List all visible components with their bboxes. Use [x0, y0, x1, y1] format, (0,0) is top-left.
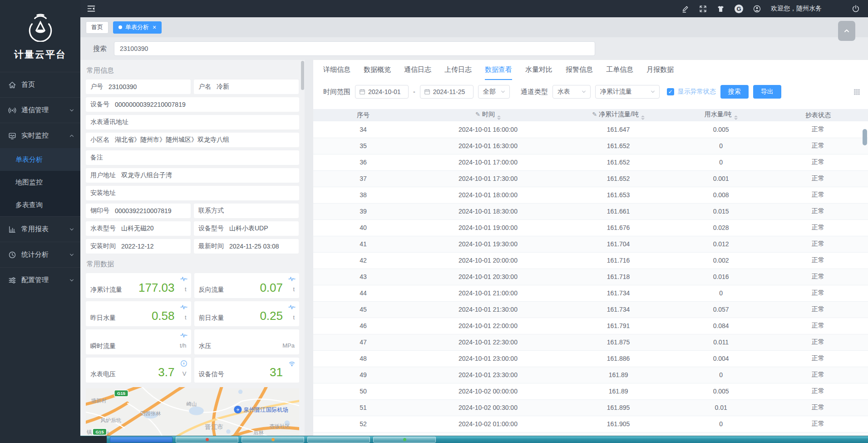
metric-label: 净累计流量 [90, 286, 122, 294]
map-place-label: 风炉后坑 [100, 418, 121, 423]
taskbar-app-button[interactable] [373, 437, 436, 443]
taskbar-app-button[interactable] [110, 437, 173, 443]
power-icon[interactable] [852, 5, 860, 13]
metric-unit: t [185, 286, 187, 293]
tag-label: 单表分析 [125, 23, 149, 31]
guide-icon[interactable]: G [735, 5, 743, 13]
calendar-icon [424, 89, 430, 95]
location-map[interactable]: 塘新村田园张林崎山风炉后坑晋江市后林杏坂社区霞村镇G15G15✈泉州晋江国际机场 [86, 387, 299, 436]
column-grid-icon[interactable] [853, 88, 861, 96]
table-cell: 35 [313, 138, 413, 154]
field-value: 双龙寺八组台子湾 [121, 171, 172, 179]
sidebar-subitem-label: 地图监控 [15, 178, 43, 187]
sort-carets-icon[interactable] [641, 115, 645, 120]
tab-数据查看[interactable]: 数据查看 [485, 65, 512, 80]
sidebar-item-首页[interactable]: 首页 [0, 72, 80, 97]
info-field-联系方式: 联系方式 [194, 204, 299, 218]
close-icon[interactable]: × [153, 24, 156, 30]
abnormal-checkbox[interactable] [667, 88, 674, 95]
wave-icon [288, 275, 296, 283]
sort-desc-icon[interactable] [641, 118, 645, 120]
tab-报警信息[interactable]: 报警信息 [566, 65, 593, 80]
taskbar-app-button[interactable] [307, 437, 370, 443]
sort-carets-icon[interactable] [497, 115, 501, 120]
tab-工单信息[interactable]: 工单信息 [606, 65, 633, 80]
column-header-时间[interactable]: ✎时间 [413, 109, 563, 121]
sort-desc-icon[interactable] [734, 118, 738, 120]
table-cell: 34 [313, 121, 413, 138]
table-cell: 49 [313, 367, 413, 383]
field-label: 用户地址 [90, 171, 116, 179]
tab-水量对比[interactable]: 水量对比 [525, 65, 552, 80]
column-label: 用水量/吨 [705, 110, 732, 118]
sort-asc-icon[interactable] [641, 115, 645, 117]
sidebar-subitem-单表分析[interactable]: 单表分析 [0, 148, 80, 171]
sidebar-subitem-多表查询[interactable]: 多表查询 [0, 194, 80, 216]
table-cell: 36 [313, 154, 413, 170]
table-row: 462024-10-01 22:00:00161.7910.084正常 [313, 318, 868, 334]
avatar-icon[interactable] [753, 5, 761, 13]
edit-icon[interactable] [681, 5, 689, 13]
tab-详细信息[interactable]: 详细信息 [323, 65, 350, 80]
metric-value: 31 [270, 365, 283, 379]
field-label: 联系方式 [198, 207, 224, 215]
tab-月报数据[interactable]: 月报数据 [646, 65, 674, 80]
hamburger-icon[interactable] [87, 4, 96, 13]
sort-asc-icon[interactable] [497, 115, 501, 117]
fullscreen-icon[interactable] [699, 5, 707, 13]
range-select[interactable]: 全部 [478, 85, 510, 99]
export-button[interactable]: 导出 [753, 85, 781, 99]
calendar-icon [359, 89, 365, 95]
column-header-序号: 序号 [313, 109, 413, 121]
sidebar-subitem-地图监控[interactable]: 地图监控 [0, 171, 80, 194]
tag-单表分析[interactable]: 单表分析× [113, 21, 162, 34]
table-cell: 正常 [768, 170, 868, 187]
tab-上传日志[interactable]: 上传日志 [444, 65, 472, 80]
table-cell: 2024-10-02 01:00:00 [413, 416, 563, 432]
taskbar-app-button[interactable] [242, 437, 304, 443]
table-cell: 2024-10-01 23:30:00 [413, 367, 563, 383]
sidebar-item-配置管理[interactable]: 配置管理 [0, 267, 80, 293]
tab-数据概览[interactable]: 数据概览 [364, 65, 391, 80]
table-cell: 2024-10-01 22:00:00 [413, 318, 563, 334]
date-to-input[interactable]: 2024-11-25 [420, 85, 473, 99]
search-button[interactable]: 搜索 [720, 85, 749, 99]
tab-通信日志[interactable]: 通信日志 [404, 65, 431, 80]
column-header-用水量/吨[interactable]: 用水量/吨 [674, 109, 768, 121]
sidebar-item-常用报表[interactable]: 常用报表 [0, 216, 80, 242]
sort-carets-icon[interactable] [734, 115, 738, 120]
map-place-label: 镇 [87, 429, 92, 435]
metric-card-水表电压: 水表电压3.7V [86, 358, 191, 383]
search-label: 搜索 [93, 45, 107, 53]
taskbar-app-button[interactable] [176, 437, 238, 443]
table-cell: 正常 [768, 318, 868, 334]
channel-select[interactable]: 水表 [552, 85, 591, 99]
field-label: 安装地址 [90, 189, 116, 197]
metric-label: 昨日水量 [90, 314, 116, 322]
theme-shirt-icon[interactable] [717, 5, 725, 13]
metric-unit: t [185, 314, 187, 321]
table-cell: 161.791 [563, 318, 674, 334]
left-panel-scrollbar[interactable] [301, 61, 304, 90]
sidebar-subitem-label: 多表查询 [15, 201, 43, 209]
info-field-安装地址: 安装地址 [86, 186, 299, 200]
table-cell: 0 [674, 285, 768, 301]
back-to-top-button[interactable] [838, 21, 855, 41]
table-scrollbar[interactable] [863, 129, 867, 145]
sort-asc-icon[interactable] [734, 115, 738, 117]
tag-bar: 首页单表分析× [80, 17, 868, 37]
info-field-户号: 户号23100390 [86, 80, 191, 94]
search-input[interactable] [114, 41, 595, 56]
metric-select[interactable]: 净累计流量 [595, 85, 660, 99]
sort-desc-icon[interactable] [497, 118, 501, 120]
sidebar-item-实时监控[interactable]: 实时监控 [0, 123, 80, 148]
sidebar-item-统计分析[interactable]: 统计分析 [0, 242, 80, 267]
metric-card-水压: 水压MPa [194, 329, 300, 354]
field-value: 山科小表UDP [229, 224, 268, 233]
column-header-净累计流量/吨[interactable]: ✎净累计流量/吨 [563, 109, 674, 121]
tag-首页[interactable]: 首页 [86, 21, 108, 34]
date-from-input[interactable]: 2024-10-01 [355, 85, 409, 99]
wave-icon [288, 304, 296, 311]
table-row: 342024-10-01 16:00:00161.6470.005正常 [313, 121, 868, 138]
sidebar-item-通信管理[interactable]: 通信管理 [0, 97, 80, 123]
